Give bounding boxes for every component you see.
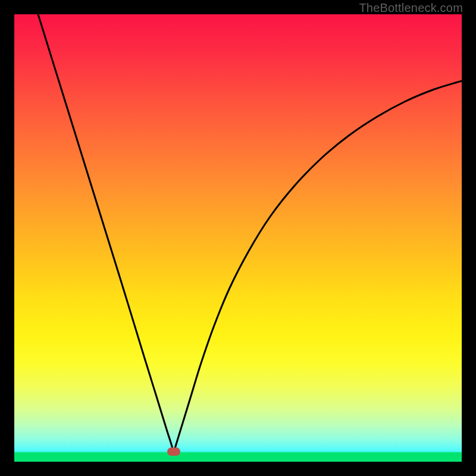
attribution-text: TheBottleneck.com (359, 1, 463, 15)
optimal-point-marker (167, 447, 180, 456)
plot-area (14, 14, 462, 462)
bottleneck-curve (14, 14, 462, 462)
curve-path (38, 14, 462, 452)
